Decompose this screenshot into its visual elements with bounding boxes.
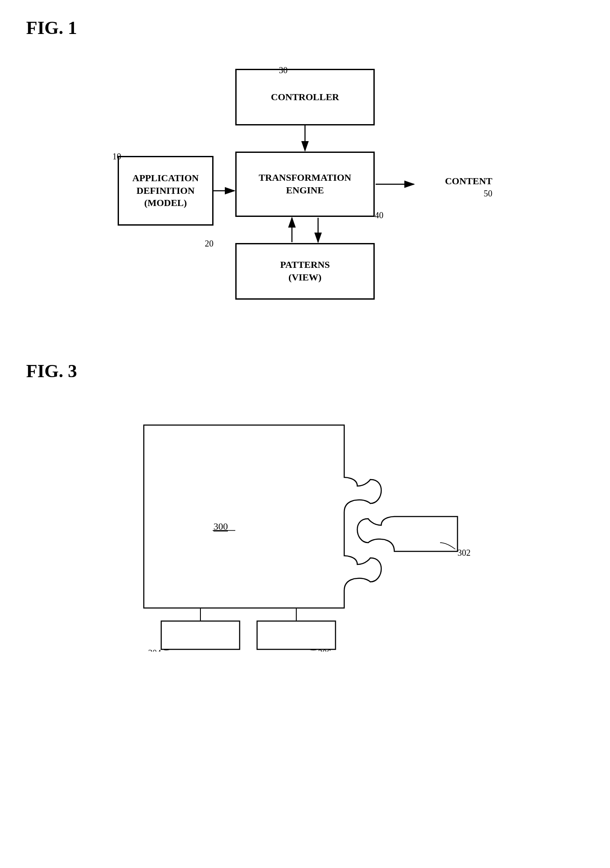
controller-label: CONTROLLER [271, 91, 339, 104]
transform-ref: 40 [375, 210, 383, 220]
patterns-label: PATTERNS(VIEW) [280, 259, 330, 284]
appdef-box: APPLICATIONDEFINITION(MODEL) [118, 156, 214, 226]
fig1-title: FIG. 1 [26, 17, 584, 38]
appdef-label: APPLICATIONDEFINITION(MODEL) [132, 172, 199, 209]
fig3-diagram: 300 302 304 306 [109, 399, 501, 652]
svg-rect-10 [257, 621, 336, 649]
svg-text:304: 304 [148, 648, 161, 652]
appdef-ref: 10 [112, 152, 121, 162]
controller-box: CONTROLLER [235, 69, 375, 125]
svg-text:302: 302 [458, 548, 471, 557]
fig1-diagram: CONTROLLER 30 TRANSFORMATIONENGINE 40 AP… [109, 56, 501, 326]
transform-box: TRANSFORMATIONENGINE [235, 152, 375, 217]
controller-ref: 30 [279, 65, 288, 75]
patterns-box: PATTERNS(VIEW) [235, 243, 375, 300]
patterns-ref: 20 [205, 239, 214, 249]
transform-label: TRANSFORMATIONENGINE [259, 172, 351, 196]
svg-rect-9 [161, 621, 240, 649]
content-ref: 50 [484, 189, 492, 199]
page: FIG. 1 CONTROLLE [0, 0, 610, 868]
fig3-title: FIG. 3 [26, 361, 584, 382]
content-label: CONTENT [445, 176, 492, 187]
fig3-section: FIG. 3 300 302 [26, 361, 584, 652]
svg-text:306: 306 [318, 648, 331, 652]
